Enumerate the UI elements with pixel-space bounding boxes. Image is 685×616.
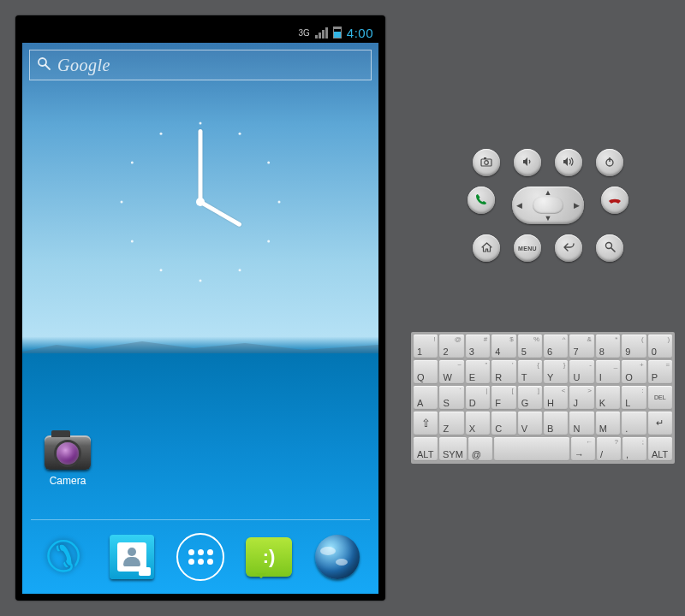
key-9[interactable]: 9(: [622, 335, 646, 358]
clock-label: 4:00: [347, 26, 373, 40]
dpad-down[interactable]: ▼: [545, 214, 552, 222]
svg-line-8: [611, 248, 615, 252]
home-icon: [481, 242, 492, 255]
key-enter[interactable]: ↵: [648, 412, 672, 435]
hw-volume-up-button[interactable]: [555, 149, 582, 176]
key-8[interactable]: 8*: [596, 335, 620, 358]
emulator-keyboard: 1!2@3#4$5%6^7&8*9(0)QW~E"R'T{Y}U-I_O+P=A…: [411, 332, 675, 464]
key-w[interactable]: W~: [439, 360, 463, 384]
dpad-right[interactable]: ▶: [574, 201, 580, 210]
key-b[interactable]: B: [544, 412, 568, 435]
key-o[interactable]: O+: [622, 360, 646, 384]
key-shift[interactable]: ⇧: [414, 412, 438, 435]
signal-icon: [315, 27, 328, 38]
dock-messaging[interactable]: :): [244, 532, 294, 582]
key-m[interactable]: M: [596, 412, 620, 435]
key-del[interactable]: DEL: [648, 386, 672, 410]
key-j[interactable]: J>: [569, 386, 593, 410]
browser-icon: [315, 535, 360, 579]
key-l[interactable]: L:: [622, 386, 646, 410]
key-space[interactable]: [494, 437, 569, 461]
key-c[interactable]: C: [491, 412, 515, 435]
key-7[interactable]: 7&: [569, 335, 593, 358]
analog-clock-widget[interactable]: [115, 116, 286, 287]
svg-rect-4: [484, 157, 486, 159]
dock-phone[interactable]: ✆: [39, 532, 88, 582]
dock-contacts[interactable]: [107, 532, 157, 582]
hw-search-button[interactable]: [596, 234, 623, 262]
key-z[interactable]: Z: [439, 412, 463, 435]
key-t[interactable]: T{: [518, 360, 542, 384]
key-n[interactable]: N: [569, 412, 593, 435]
end-call-icon: [608, 194, 622, 207]
hw-home-button[interactable]: [473, 234, 500, 262]
hw-camera-button[interactable]: [473, 149, 500, 176]
emulator-device-frame: 3G 4:00 Google C: [15, 15, 385, 601]
hw-back-button[interactable]: [555, 234, 582, 262]
dock-browser[interactable]: [313, 532, 362, 582]
app-icon-camera[interactable]: Camera: [38, 435, 98, 487]
volume-down-icon: [521, 157, 533, 169]
messaging-icon: :): [246, 537, 292, 577]
key-@[interactable]: @: [468, 437, 492, 461]
key-sym[interactable]: SYM: [439, 437, 467, 461]
key-0[interactable]: 0): [648, 335, 672, 358]
key-q[interactable]: Q: [414, 360, 438, 384]
hw-end-call-button[interactable]: [601, 187, 628, 214]
key-1[interactable]: 1!: [414, 335, 438, 358]
key-alt[interactable]: ALT: [414, 437, 438, 461]
key-.[interactable]: .: [622, 412, 646, 435]
back-icon: [563, 242, 575, 255]
key-/[interactable]: /?: [597, 437, 621, 461]
dock-divider: [31, 519, 370, 520]
search-placeholder: Google: [57, 56, 110, 75]
camera-icon: [45, 435, 91, 470]
dpad-center[interactable]: [533, 197, 563, 214]
power-icon: [605, 157, 615, 169]
key-f[interactable]: F[: [491, 386, 515, 410]
key-2[interactable]: 2@: [439, 335, 463, 358]
key-u[interactable]: U-: [569, 360, 593, 384]
device-screen[interactable]: 3G 4:00 Google C: [22, 22, 378, 594]
key-h[interactable]: H<: [544, 386, 568, 410]
contacts-icon: [110, 535, 154, 579]
key-alt[interactable]: ALT: [648, 437, 672, 461]
key-3[interactable]: 3#: [466, 335, 490, 358]
key-x[interactable]: X: [466, 412, 490, 435]
status-bar[interactable]: 3G 4:00: [22, 22, 378, 43]
hw-dpad: ▲ ▼ ◀ ▶: [512, 187, 584, 224]
key-s[interactable]: S`: [439, 386, 463, 410]
key-6[interactable]: 6^: [544, 335, 568, 358]
key-4[interactable]: 4$: [491, 335, 515, 358]
search-icon: [605, 241, 616, 255]
key-r[interactable]: R': [491, 360, 515, 384]
key-a[interactable]: A: [414, 386, 438, 410]
hw-volume-down-button[interactable]: [514, 149, 541, 176]
clock-center-dot: [196, 198, 205, 206]
wallpaper-mountains: [22, 336, 378, 353]
key-d[interactable]: D|: [466, 386, 490, 410]
google-search-bar[interactable]: Google: [29, 50, 372, 80]
dock-app-drawer[interactable]: [176, 532, 225, 582]
dpad-up[interactable]: ▲: [545, 188, 552, 197]
key-g[interactable]: G]: [518, 386, 542, 410]
hw-power-button[interactable]: [596, 149, 623, 176]
camera-label: Camera: [38, 475, 98, 487]
key-p[interactable]: P=: [648, 360, 672, 384]
key-v[interactable]: V: [518, 412, 542, 435]
key-,[interactable]: ,;: [622, 437, 646, 461]
dpad-left[interactable]: ◀: [516, 201, 522, 210]
camera-icon: [480, 157, 492, 169]
hw-call-button[interactable]: [468, 187, 495, 214]
key-5[interactable]: 5%: [518, 335, 542, 358]
key-i[interactable]: I_: [596, 360, 620, 384]
network-type-label: 3G: [298, 28, 309, 38]
svg-line-1: [45, 65, 50, 69]
hw-menu-button[interactable]: MENU: [514, 234, 541, 262]
key-→[interactable]: →←: [571, 437, 595, 461]
search-icon: [37, 56, 51, 74]
key-k[interactable]: K: [596, 386, 620, 410]
key-y[interactable]: Y}: [544, 360, 568, 384]
svg-point-3: [485, 160, 489, 164]
key-e[interactable]: E": [466, 360, 490, 384]
